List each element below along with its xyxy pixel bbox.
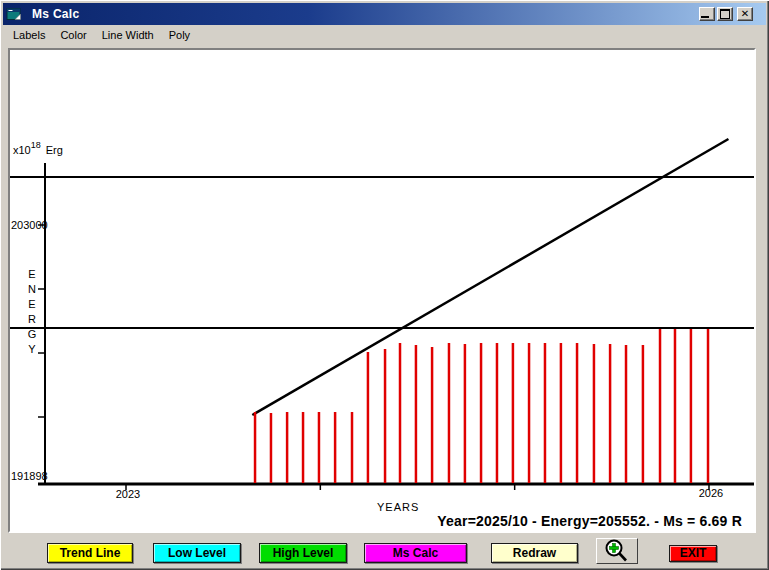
app-icon (6, 6, 22, 22)
menu-item-poly[interactable]: Poly (168, 27, 191, 43)
chart-area: x1018Erg 203000 191898 ENERGY 2023 2026 … (8, 48, 756, 533)
form-window-icon (6, 6, 22, 22)
close-icon: ✕ (741, 8, 749, 20)
y-axis-label-lower: 191898 (11, 470, 48, 482)
trend-line-button[interactable]: Trend Line (47, 543, 133, 563)
redraw-button[interactable]: Redraw (491, 543, 578, 563)
menu-item-line-width[interactable]: Line Width (101, 27, 155, 43)
magnifier-plus-icon (602, 538, 632, 564)
maximize-icon (720, 9, 730, 19)
close-button[interactable]: ✕ (737, 7, 753, 21)
exit-button[interactable]: EXIT (669, 545, 717, 562)
menu-item-color[interactable]: Color (59, 27, 87, 43)
x-axis-label-2026: 2026 (691, 487, 731, 499)
y-axis-title: ENERGY (26, 267, 38, 357)
title-bar: Ms Calc ✕ (3, 3, 766, 25)
unit-exponent: 18 (31, 140, 41, 150)
chart-canvas[interactable] (10, 50, 754, 531)
zoom-button[interactable] (596, 538, 638, 564)
low-level-button[interactable]: Low Level (153, 543, 241, 563)
status-readout: Year=2025/10 - Energy=205552. - Ms = 6.6… (437, 513, 742, 529)
minimize-button[interactable] (699, 7, 715, 21)
y-axis-unit-label: x1018Erg (13, 141, 63, 156)
menu-bar: Labels Color Line Width Poly (3, 25, 769, 45)
maximize-button[interactable] (717, 7, 733, 21)
x-axis-title: YEARS (377, 501, 419, 513)
x-axis-label-2023: 2023 (108, 488, 148, 500)
app-window: Ms Calc ✕ Labels Color Line Width Poly x… (0, 0, 769, 570)
unit-suffix: Erg (46, 144, 63, 156)
high-level-button[interactable]: High Level (259, 543, 347, 563)
unit-prefix: x10 (13, 144, 31, 156)
window-controls: ✕ (699, 7, 753, 21)
window-title: Ms Calc (32, 7, 79, 21)
y-axis-label-upper: 203000 (11, 219, 48, 231)
minimize-icon (701, 16, 709, 18)
ms-calc-button[interactable]: Ms Calc (364, 543, 467, 563)
menu-item-labels[interactable]: Labels (12, 27, 46, 43)
